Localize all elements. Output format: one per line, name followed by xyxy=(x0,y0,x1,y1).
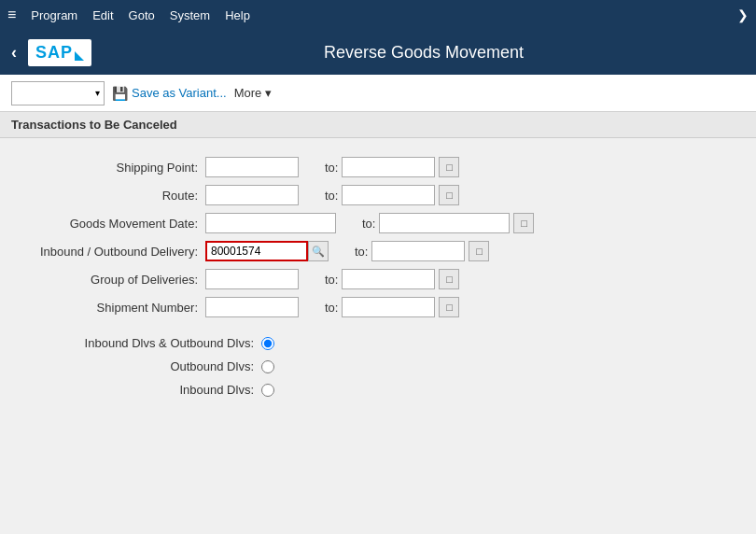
shipping-point-end-button[interactable]: □ xyxy=(439,157,459,177)
goods-movement-date-end-button[interactable]: □ xyxy=(513,213,534,233)
save-variant-label: Save as Variant... xyxy=(132,86,227,100)
inbound-outbound-delivery-input-group: 🔍 xyxy=(205,241,329,261)
hamburger-icon[interactable]: ≡ xyxy=(7,7,16,23)
radio-outbound-only-label: Outbound Dlvs: xyxy=(11,359,254,373)
route-to-label: to: xyxy=(325,189,338,203)
inbound-outbound-delivery-to-label: to: xyxy=(355,245,368,259)
shipping-point-to-group: to: □ xyxy=(306,157,459,177)
shipment-number-to-label: to: xyxy=(325,301,338,315)
shipment-number-row: Shipment Number: to: □ xyxy=(11,297,745,317)
route-input[interactable] xyxy=(205,185,299,205)
route-label: Route: xyxy=(11,189,198,203)
goods-movement-date-to-group: to: □ xyxy=(343,213,534,233)
title-bar: ‹ SAP Reverse Goods Movement xyxy=(0,30,756,75)
section-header: Transactions to Be Canceled xyxy=(0,112,756,138)
radio-inbound-only-row: Inbound Dlvs: xyxy=(11,383,745,397)
inbound-outbound-delivery-to-group: to: □ xyxy=(336,241,489,261)
shipment-number-input[interactable] xyxy=(205,297,299,317)
radio-outbound-only-input[interactable] xyxy=(261,360,274,373)
sap-text: SAP xyxy=(35,43,73,63)
page-title: Reverse Goods Movement xyxy=(103,43,745,63)
menu-bar: ≡ Program Edit Goto System Help ❯ xyxy=(0,0,756,30)
shipping-point-input[interactable] xyxy=(205,157,299,177)
radio-inbound-outbound-both-row: Inbound Dlvs & Outbound Dlvs: xyxy=(11,336,745,350)
radio-inbound-outbound-both-label: Inbound Dlvs & Outbound Dlvs: xyxy=(11,336,254,350)
group-of-deliveries-to-label: to: xyxy=(325,273,338,287)
route-end-button[interactable]: □ xyxy=(439,185,459,205)
save-variant-button[interactable]: 💾 Save as Variant... xyxy=(112,86,227,101)
variant-select[interactable]: ▾ xyxy=(11,81,105,105)
goods-movement-date-label: Goods Movement Date: xyxy=(11,217,198,231)
goods-movement-date-to-label: to: xyxy=(362,217,375,231)
route-to-input[interactable] xyxy=(342,185,435,205)
group-of-deliveries-end-button[interactable]: □ xyxy=(439,269,459,289)
sap-logo: SAP xyxy=(28,39,91,66)
sap-triangle-icon xyxy=(75,51,84,61)
goods-movement-date-input[interactable] xyxy=(205,213,336,233)
toolbar: ▾ 💾 Save as Variant... More ▾ xyxy=(0,75,756,112)
shipping-point-label: Shipping Point: xyxy=(11,161,198,175)
menu-help[interactable]: Help xyxy=(225,8,250,22)
content-area: Transactions to Be Canceled Shipping Poi… xyxy=(0,112,756,534)
back-button[interactable]: ‹ xyxy=(11,43,17,63)
disk-icon: 💾 xyxy=(112,86,128,101)
more-label: More xyxy=(234,86,262,100)
form-area: Shipping Point: to: □ Route: to: □ Goods… xyxy=(0,138,756,421)
more-chevron-icon: ▾ xyxy=(265,86,272,100)
radio-inbound-only-label: Inbound Dlvs: xyxy=(11,383,254,397)
collapse-arrow-icon[interactable]: ❯ xyxy=(737,7,749,22)
goods-movement-date-row: Goods Movement Date: to: □ xyxy=(11,213,745,233)
inbound-outbound-delivery-end-button[interactable]: □ xyxy=(469,241,489,261)
group-of-deliveries-row: Group of Deliveries: to: □ xyxy=(11,269,745,289)
group-of-deliveries-to-input[interactable] xyxy=(342,269,435,289)
menu-edit[interactable]: Edit xyxy=(92,8,113,22)
shipment-number-end-button[interactable]: □ xyxy=(439,297,459,317)
shipping-point-to-label: to: xyxy=(325,161,338,175)
radio-inbound-only-input[interactable] xyxy=(261,384,274,397)
variant-chevron-icon: ▾ xyxy=(95,88,100,98)
inbound-outbound-delivery-row: Inbound / Outbound Delivery: 🔍 to: □ xyxy=(11,241,745,261)
shipping-point-row: Shipping Point: to: □ xyxy=(11,157,745,177)
route-to-group: to: □ xyxy=(306,185,459,205)
search-icon: 🔍 xyxy=(312,246,325,258)
menu-program[interactable]: Program xyxy=(31,8,77,22)
menu-goto[interactable]: Goto xyxy=(129,8,155,22)
radio-outbound-only-row: Outbound Dlvs: xyxy=(11,359,745,373)
radio-inbound-outbound-both-input[interactable] xyxy=(261,337,274,350)
menu-system[interactable]: System xyxy=(170,8,210,22)
group-of-deliveries-label: Group of Deliveries: xyxy=(11,273,198,287)
menu-items: Program Edit Goto System Help xyxy=(31,8,250,22)
more-button[interactable]: More ▾ xyxy=(234,86,273,100)
inbound-outbound-delivery-input[interactable] xyxy=(205,241,308,261)
section-title: Transactions to Be Canceled xyxy=(11,118,177,132)
inbound-outbound-delivery-search-button[interactable]: 🔍 xyxy=(308,241,329,261)
inbound-outbound-delivery-to-input[interactable] xyxy=(371,241,465,261)
goods-movement-date-to-input[interactable] xyxy=(379,213,510,233)
shipping-point-to-input[interactable] xyxy=(342,157,435,177)
inbound-outbound-delivery-label: Inbound / Outbound Delivery: xyxy=(11,245,198,259)
shipment-number-label: Shipment Number: xyxy=(11,301,198,315)
shipment-number-to-input[interactable] xyxy=(342,297,435,317)
radio-group: Inbound Dlvs & Outbound Dlvs: Outbound D… xyxy=(11,336,745,397)
group-of-deliveries-to-group: to: □ xyxy=(306,269,459,289)
group-of-deliveries-input[interactable] xyxy=(205,269,299,289)
route-row: Route: to: □ xyxy=(11,185,745,205)
shipment-number-to-group: to: □ xyxy=(306,297,459,317)
